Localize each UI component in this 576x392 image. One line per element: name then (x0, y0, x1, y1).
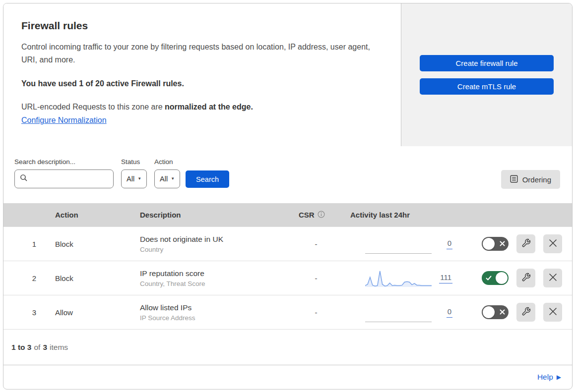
rule-csr: - (299, 240, 333, 248)
firewall-rules-card: Firewall rules Control incoming traffic … (3, 3, 573, 390)
activity-sparkline (365, 268, 432, 288)
table-header: Action Description CSR Activity last 24h… (3, 203, 572, 226)
action-group: Action All ▼ (154, 158, 180, 188)
normalization-prefix: URL-encoded Requests to this zone are (21, 103, 163, 111)
rule-action: Block (53, 274, 140, 282)
page-title: Firewall rules (21, 20, 372, 32)
usage-summary: You have used 1 of 20 active Firewall ru… (21, 79, 372, 88)
rule-activity-cell: 111 (333, 268, 452, 288)
column-description: Description (140, 211, 299, 219)
activity-sparkline (365, 234, 432, 254)
toggle-knob (483, 238, 495, 250)
search-label: Search description... (14, 158, 114, 166)
rule-controls (452, 303, 572, 322)
pagination-summary: 1 to 3 of 3 items (3, 329, 572, 365)
help-label: Help (537, 373, 553, 382)
status-group: Status All ▼ (121, 158, 147, 188)
items-label: items (50, 343, 68, 352)
column-csr: CSR (299, 211, 333, 220)
search-group: Search description... (14, 158, 114, 188)
wrench-icon (521, 238, 531, 249)
rule-description: Allow listed IPs (140, 303, 299, 312)
delete-rule-button[interactable] (543, 234, 562, 253)
column-action: Action (53, 211, 140, 219)
action-value: All (160, 175, 168, 183)
table-row: 1 Block Does not originate in UK Country… (3, 226, 572, 261)
help-row: Help ▶ (3, 365, 572, 389)
search-icon (20, 174, 28, 184)
table-row: 3 Allow Allow listed IPs IP Source Addre… (3, 295, 572, 329)
rule-priority: 3 (3, 308, 53, 317)
toggle-knob (496, 272, 508, 284)
header-content: Firewall rules Control incoming traffic … (3, 3, 401, 146)
rule-enabled-toggle[interactable] (482, 271, 509, 285)
wrench-icon (521, 273, 531, 283)
chevron-down-icon: ▼ (137, 177, 141, 181)
header-section: Firewall rules Control incoming traffic … (3, 3, 572, 146)
action-label: Action (154, 158, 180, 166)
edit-rule-button[interactable] (516, 269, 535, 287)
activity-count-link[interactable]: 111 (439, 273, 452, 283)
status-dropdown[interactable]: All ▼ (121, 169, 147, 188)
rule-description-cell: Does not originate in UK Country (140, 235, 299, 253)
delete-rule-button[interactable] (543, 303, 562, 322)
delete-rule-button[interactable] (543, 269, 562, 287)
x-mark-icon (500, 241, 505, 246)
rule-description-cell: IP reputation score Country, Threat Scor… (140, 269, 299, 287)
ordering-icon (510, 175, 518, 184)
rule-controls (452, 269, 572, 287)
edit-rule-button[interactable] (516, 303, 535, 322)
close-icon (549, 273, 557, 283)
configure-normalization-link[interactable]: Configure Normalization (21, 116, 107, 125)
rule-activity-cell: 0 (333, 302, 452, 322)
items-of: of (34, 343, 40, 352)
activity-count-link[interactable]: 0 (447, 239, 452, 249)
create-mtls-rule-button[interactable]: Create mTLS rule (420, 78, 554, 95)
activity-count-link[interactable]: 0 (447, 307, 452, 318)
rule-csr: - (299, 274, 333, 282)
rule-description: Does not originate in UK (140, 235, 299, 244)
rule-controls (452, 234, 572, 253)
search-input[interactable] (32, 175, 108, 183)
page-description: Control incoming traffic to your zone by… (21, 41, 372, 66)
items-range: 1 to 3 (11, 343, 31, 352)
toggle-knob (483, 306, 495, 318)
status-label: Status (121, 158, 147, 166)
search-box (14, 169, 114, 188)
action-dropdown[interactable]: All ▼ (154, 169, 180, 188)
rule-priority: 1 (3, 240, 53, 248)
rule-csr: - (299, 308, 333, 317)
rule-action: Block (53, 240, 140, 248)
filter-groups: Search description... Status All ▼ Actio… (14, 158, 561, 188)
info-icon[interactable] (318, 211, 325, 220)
wrench-icon (521, 307, 531, 318)
edit-rule-button[interactable] (516, 234, 535, 253)
status-value: All (127, 175, 134, 183)
normalization-bold: normalized at the edge. (165, 103, 253, 111)
rule-enabled-toggle[interactable] (482, 237, 509, 251)
actions-panel: Create firewall rule Create mTLS rule (401, 3, 572, 146)
check-icon (486, 275, 492, 281)
column-activity: Activity last 24hr (333, 211, 452, 219)
items-total: 3 (43, 343, 47, 352)
search-button[interactable]: Search (186, 170, 229, 188)
filter-bar: Search description... Status All ▼ Actio… (3, 146, 572, 203)
close-icon (549, 239, 557, 249)
ordering-button[interactable]: Ordering (501, 170, 560, 189)
rule-fields: IP Source Address (140, 314, 299, 322)
rule-description-cell: Allow listed IPs IP Source Address (140, 303, 299, 322)
normalization-note: URL-encoded Requests to this zone are no… (21, 103, 372, 112)
rule-enabled-toggle[interactable] (482, 305, 509, 319)
rule-activity-cell: 0 (333, 234, 452, 254)
help-link[interactable]: Help ▶ (537, 373, 561, 382)
arrow-right-icon: ▶ (557, 374, 561, 380)
create-firewall-rule-button[interactable]: Create firewall rule (420, 55, 554, 71)
table-row: 2 Block IP reputation score Country, Thr… (3, 261, 572, 295)
activity-sparkline (365, 302, 432, 322)
x-mark-icon (500, 309, 505, 315)
rule-fields: Country, Threat Score (140, 280, 299, 287)
rule-fields: Country (140, 246, 299, 253)
chevron-down-icon: ▼ (171, 177, 175, 181)
close-icon (549, 307, 557, 317)
ordering-label: Ordering (522, 175, 551, 184)
